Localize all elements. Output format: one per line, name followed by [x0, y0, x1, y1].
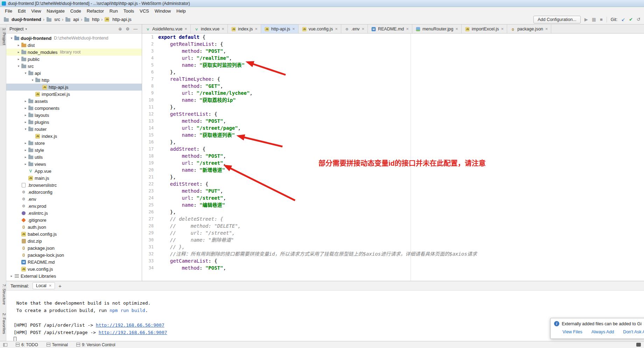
close-icon[interactable]: ×: [455, 26, 458, 31]
tab-vue-config-js[interactable]: JSvue.config.js×: [299, 24, 341, 33]
menu-code[interactable]: Code: [68, 8, 84, 14]
tab-http-api-js[interactable]: JShttp-api.js×: [261, 24, 299, 33]
tree-item-components[interactable]: ▸components: [6, 105, 142, 112]
chevron-right-icon[interactable]: ▸: [23, 155, 28, 159]
code-line-3[interactable]: 3 method: "POST",: [142, 48, 644, 55]
menu-file[interactable]: File: [2, 8, 15, 14]
menu-view[interactable]: View: [28, 8, 44, 14]
close-icon[interactable]: ×: [335, 26, 338, 31]
tree-item-public[interactable]: ▸public: [6, 56, 142, 63]
tree-item-package-lock-json[interactable]: {}package-lock.json: [6, 251, 142, 258]
close-icon[interactable]: ×: [406, 26, 409, 31]
status-item-9-version-control[interactable]: 9: Version Control: [76, 342, 115, 347]
terminal-link[interactable]: http://192.168.66.56:9007: [99, 330, 167, 335]
chevron-right-icon[interactable]: ▸: [16, 43, 21, 47]
tree-item-importexcel-js[interactable]: JSimportExcel.js: [6, 91, 142, 98]
git-commit-icon[interactable]: ✔: [629, 17, 633, 22]
add-configuration-button[interactable]: Add Configuration...: [533, 16, 581, 23]
code-line-28[interactable]: 28 // method: "DELETE",: [142, 222, 644, 229]
code-line-29[interactable]: 29 // url: "/street",: [142, 229, 644, 236]
tree-item-http-api-js[interactable]: JShttp-api.js: [6, 84, 142, 91]
code-line-1[interactable]: 1export default {: [142, 34, 644, 41]
tree-item-editorconfig[interactable]: ⚙.editorconfig: [6, 189, 142, 196]
tab-index-vue[interactable]: Vindex.vue×: [191, 24, 228, 33]
menu-edit[interactable]: Edit: [15, 8, 28, 14]
stop-icon[interactable]: ■: [600, 17, 603, 22]
code-line-15[interactable]: 15 name: "获取巷道列表": [142, 132, 644, 139]
code-line-34[interactable]: 34 method: "POST",: [142, 264, 644, 271]
breadcrumb-item-http-api-js[interactable]: JShttp-api.js: [104, 17, 131, 22]
chevron-right-icon[interactable]: ▸: [16, 57, 21, 61]
code-line-13[interactable]: 13 method: "POST",: [142, 118, 644, 125]
project-panel-title[interactable]: Project: [9, 26, 23, 31]
code-line-8[interactable]: 8 method: "GET",: [142, 83, 644, 90]
tree-item-browserslistrc[interactable]: .browserslistrc: [6, 182, 142, 189]
tree-item-env[interactable]: ⚙.env: [6, 196, 142, 203]
tool-button-project[interactable]: 1: Project: [0, 27, 6, 46]
run-icon[interactable]: ▶: [584, 17, 588, 22]
code-line-2[interactable]: 2 getRealTimeList: {: [142, 41, 644, 48]
chevron-right-icon[interactable]: ▸: [9, 274, 14, 278]
code-line-7[interactable]: 7 realTimeLychee: {: [142, 76, 644, 83]
menu-refactor[interactable]: Refactor: [84, 8, 107, 14]
tab-menurouter-jpg[interactable]: menuRouter.jpg×: [412, 24, 462, 33]
locate-icon[interactable]: ⊕: [117, 27, 123, 31]
code-line-5[interactable]: 5 name: "获取实时监控列表": [142, 62, 644, 69]
close-icon[interactable]: ×: [49, 283, 51, 288]
close-icon[interactable]: ×: [545, 26, 548, 31]
breadcrumb-item-src[interactable]: src: [46, 17, 60, 22]
history-icon[interactable]: ↺: [637, 17, 640, 22]
tree-item-auth-json[interactable]: {}auth.json: [6, 223, 142, 230]
tree-item-views[interactable]: ▸views: [6, 161, 142, 168]
chevron-down-icon[interactable]: ▾: [23, 127, 28, 131]
chevron-right-icon[interactable]: ▸: [23, 113, 28, 117]
tool-button-favorites[interactable]: 2: Favorites: [0, 312, 6, 335]
terminal-tab-local[interactable]: Local ×: [33, 282, 55, 289]
tree-item-babel-config-js[interactable]: JSbabel.config.js: [6, 230, 142, 237]
tree-item-layouts[interactable]: ▸layouts: [6, 112, 142, 119]
settings-icon[interactable]: ⚙: [125, 27, 131, 31]
chevron-right-icon[interactable]: ▸: [23, 162, 28, 166]
tree-item-plugins[interactable]: ▸plugins: [6, 119, 142, 126]
tab-readme-md[interactable]: MREADME.md×: [368, 24, 412, 33]
tree-item-main-js[interactable]: JSmain.js: [6, 175, 142, 182]
code-line-24[interactable]: 24 url: "/street",: [142, 194, 644, 201]
chevron-down-icon[interactable]: ▾: [23, 71, 28, 75]
terminal-link[interactable]: http://192.168.66.56:9007: [96, 322, 164, 328]
menu-vcs[interactable]: VCS: [137, 8, 152, 14]
close-icon[interactable]: ×: [501, 26, 504, 31]
code-line-4[interactable]: 4 url: "/realTime",: [142, 55, 644, 62]
notification-action-view-files[interactable]: View Files: [562, 329, 582, 334]
tool-button-structure[interactable]: 7: Structure: [0, 283, 6, 305]
notification-action-always-add[interactable]: Always Add: [592, 329, 614, 334]
chevron-down-icon[interactable]: ▾: [25, 27, 27, 31]
tab-importexcel-js[interactable]: JSimportExcel.js×: [462, 24, 507, 33]
code-line-21[interactable]: 21 },: [142, 173, 644, 180]
menu-navigate[interactable]: Navigate: [44, 8, 67, 14]
tree-item-style[interactable]: ▸style: [6, 147, 142, 154]
chevron-down-icon[interactable]: ▾: [9, 36, 14, 40]
chevron-right-icon[interactable]: ▸: [23, 120, 28, 124]
close-icon[interactable]: ×: [255, 26, 258, 31]
menu-help[interactable]: Help: [174, 8, 189, 14]
tree-item-eslintrc-js[interactable]: .eslintrc.js: [6, 209, 142, 216]
code-line-18[interactable]: 18 method: "POST",: [142, 152, 644, 159]
code-line-23[interactable]: 23 method: "PUT",: [142, 187, 644, 194]
tree-item-readme-md[interactable]: MREADME.md: [6, 258, 142, 265]
code-line-20[interactable]: 20 name: "新增巷道": [142, 166, 644, 173]
tab-package-json[interactable]: {}package.json×: [507, 24, 551, 33]
close-icon[interactable]: ×: [184, 26, 187, 31]
tree-item-utils[interactable]: ▸utils: [6, 154, 142, 161]
tree-item-dist-zip[interactable]: dist.zip: [6, 237, 142, 244]
breadcrumb-item-api[interactable]: api: [65, 17, 79, 22]
chevron-down-icon[interactable]: ▾: [16, 64, 21, 68]
tree-item-vue-config-js[interactable]: JSvue.config.js: [6, 265, 142, 272]
tree-item-router[interactable]: ▾router: [6, 126, 142, 133]
chevron-right-icon[interactable]: ▸: [23, 141, 28, 145]
chevron-right-icon[interactable]: ▸: [23, 106, 28, 110]
code-line-22[interactable]: 22 editStreet: {: [142, 180, 644, 187]
tree-item-assets[interactable]: ▸assets: [6, 98, 142, 105]
code-line-16[interactable]: 16 },: [142, 139, 644, 145]
tree-item-env-prod[interactable]: ⚙.env.prod: [6, 203, 142, 209]
tab-env[interactable]: ⚙.env×: [341, 24, 368, 33]
